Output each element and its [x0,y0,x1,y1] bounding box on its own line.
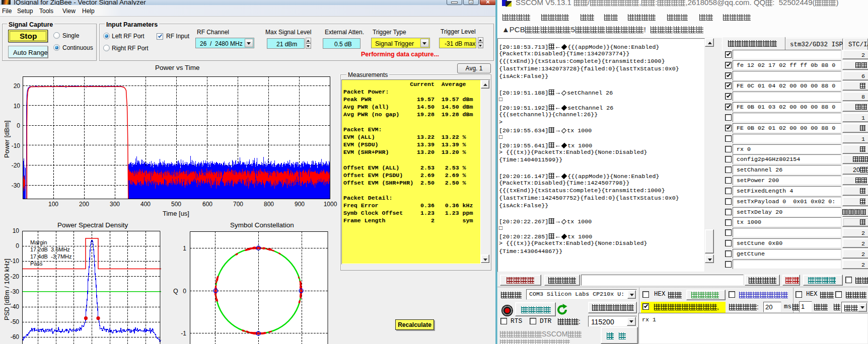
svg-text:17.4dB -3.7MHz: 17.4dB -3.7MHz [30,253,72,260]
svg-text:Pass: Pass [30,261,43,267]
svg-text:Margin: Margin [30,239,47,245]
svg-text:17.2dB 3.6MHz: 17.2dB 3.6MHz [30,246,70,252]
